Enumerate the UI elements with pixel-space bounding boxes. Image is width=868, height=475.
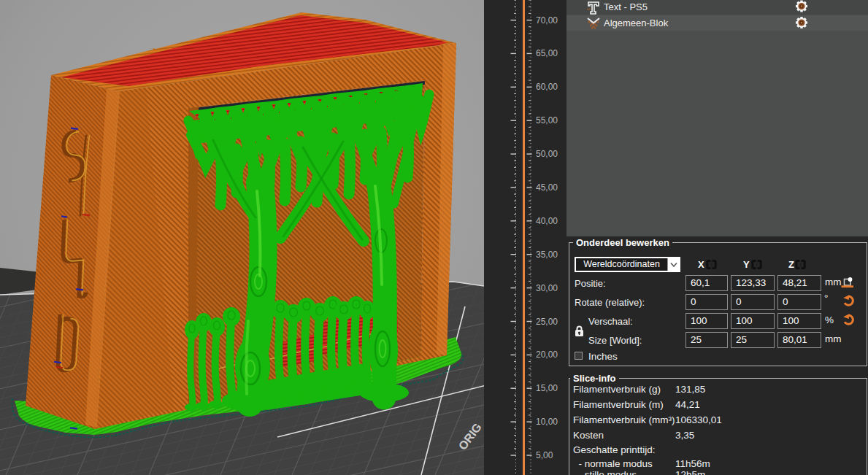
- svg-text:25,00: 25,00: [536, 317, 558, 327]
- svg-text:5,00: 5,00: [536, 450, 553, 460]
- svg-text:50,00: 50,00: [536, 149, 558, 159]
- svg-text:20,00: 20,00: [536, 350, 558, 360]
- svg-text:15,00: 15,00: [536, 383, 558, 393]
- svg-text:60,00: 60,00: [536, 82, 558, 92]
- svg-text:45,00: 45,00: [536, 182, 558, 193]
- svg-text:55,00: 55,00: [536, 115, 558, 125]
- svg-text:35,00: 35,00: [536, 250, 558, 260]
- svg-text:65,00: 65,00: [536, 48, 558, 58]
- svg-text:70,00: 70,00: [536, 15, 558, 26]
- svg-text:10,00: 10,00: [536, 417, 558, 427]
- svg-text:40,00: 40,00: [536, 216, 558, 226]
- svg-text:30,00: 30,00: [536, 283, 558, 293]
